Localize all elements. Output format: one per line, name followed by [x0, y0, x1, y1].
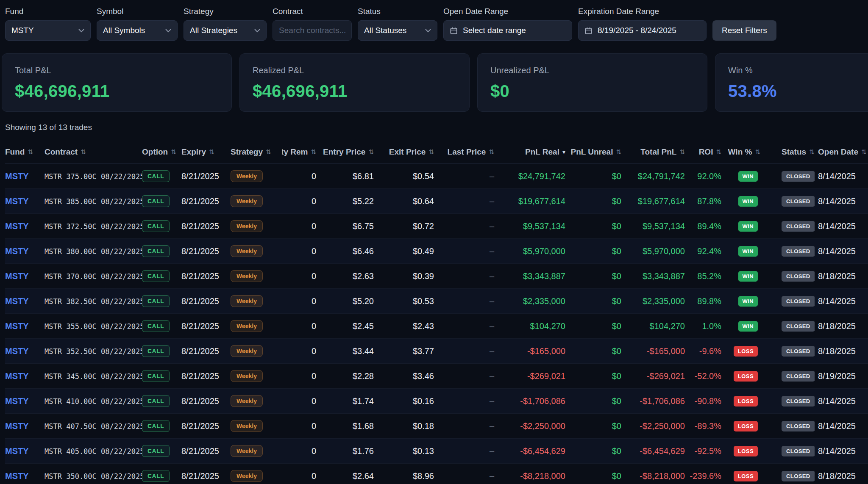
column-header-pnl-unreal[interactable]: PnL Unreal⇅: [565, 147, 621, 157]
last-price-cell: –: [437, 196, 497, 206]
expiry-cell: 8/21/2025: [181, 421, 231, 431]
fund-link[interactable]: MSTY: [5, 421, 29, 431]
strategy-cell: Weekly: [231, 445, 282, 457]
column-header-last-price[interactable]: Last Price⇅: [437, 147, 497, 157]
column-header-option[interactable]: Option⇅: [142, 147, 181, 157]
contract-search-input[interactable]: [273, 20, 352, 41]
column-header-roi[interactable]: ROI⇅: [685, 147, 726, 157]
qty-rem-cell: 0: [282, 471, 316, 481]
option-cell: CALL: [142, 270, 181, 282]
table-row[interactable]: MSTY MSTR 370.00C 08/22/2025 CALL 8/21/2…: [5, 264, 868, 289]
win-badge: LOSS: [734, 446, 758, 456]
table-row[interactable]: MSTY MSTR 345.00C 08/22/2025 CALL 8/21/2…: [5, 364, 868, 389]
table-row[interactable]: MSTY MSTR 405.00C 08/22/2025 CALL 8/21/2…: [5, 439, 868, 464]
table-row[interactable]: MSTY MSTR 385.00C 08/22/2025 CALL 8/21/2…: [5, 189, 868, 214]
status-badge: CLOSED: [782, 196, 815, 207]
table-row[interactable]: MSTY MSTR 382.50C 08/22/2025 CALL 8/21/2…: [5, 289, 868, 314]
table-row[interactable]: MSTY MSTR 410.00C 08/22/2025 CALL 8/21/2…: [5, 389, 868, 414]
open-date-cell: 8/14/2025: [815, 221, 868, 231]
pnl-unreal-cell: $0: [565, 271, 621, 281]
table-row[interactable]: MSTY MSTR 355.00C 08/22/2025 CALL 8/21/2…: [5, 314, 868, 339]
win-cell: LOSS: [726, 346, 765, 357]
fund-link[interactable]: MSTY: [5, 346, 29, 356]
status-cell: CLOSED: [765, 171, 815, 182]
fund-link[interactable]: MSTY: [5, 246, 29, 256]
unrealized-pnl-value: $0: [490, 82, 694, 101]
column-header-status[interactable]: Status⇅: [765, 147, 815, 157]
column-header-pnl-real[interactable]: PnL Real▾: [497, 147, 565, 157]
fund-link[interactable]: MSTY: [5, 446, 29, 456]
reset-filters-button[interactable]: Reset Filters: [712, 20, 776, 41]
fund-link[interactable]: MSTY: [5, 271, 29, 281]
fund-select[interactable]: MSTY: [5, 20, 91, 41]
status-cell: CLOSED: [765, 445, 815, 456]
symbol-select[interactable]: All Symbols: [97, 20, 178, 41]
column-header-exit-price[interactable]: Exit Price⇅: [376, 147, 437, 157]
column-header-open-date[interactable]: Open Date⇅: [815, 147, 868, 157]
strategy-cell: Weekly: [231, 320, 282, 332]
column-header-fund[interactable]: Fund⇅: [5, 147, 45, 157]
fund-link[interactable]: MSTY: [5, 371, 29, 381]
table-row[interactable]: MSTY MSTR 380.00C 08/22/2025 CALL 8/21/2…: [5, 239, 868, 264]
exit-price-cell: $0.54: [376, 171, 437, 181]
expiry-cell: 8/21/2025: [181, 271, 231, 281]
fund-link[interactable]: MSTY: [5, 321, 29, 331]
entry-price-cell: $6.46: [316, 246, 376, 256]
fund-link[interactable]: MSTY: [5, 471, 29, 481]
status-badge: CLOSED: [782, 446, 815, 456]
open-date-range-picker[interactable]: Select date range: [443, 20, 572, 41]
last-price-cell: –: [437, 221, 497, 231]
qty-rem-cell: 0: [282, 271, 316, 281]
strategy-badge: Weekly: [231, 195, 263, 207]
pnl-unreal-cell: $0: [565, 171, 621, 181]
strategy-badge: Weekly: [231, 220, 263, 232]
win-badge: WIN: [738, 246, 758, 257]
contract-cell: MSTR 352.50C 08/22/2025: [45, 346, 142, 356]
exit-price-cell: $0.49: [376, 246, 437, 256]
win-rate-card: Win % 53.8%: [715, 53, 868, 112]
status-select[interactable]: All Statuses: [358, 20, 437, 41]
call-badge: CALL: [142, 270, 170, 282]
pnl-real-cell: $3,343,887: [497, 271, 565, 281]
fund-link[interactable]: MSTY: [5, 196, 29, 206]
roi-cell: 89.8%: [685, 296, 726, 306]
roi-cell: -52.0%: [685, 371, 726, 381]
pnl-real-cell: $19,677,614: [497, 196, 565, 206]
column-header-strategy[interactable]: Strategy⇅: [231, 147, 282, 157]
fund-cell: MSTY: [5, 246, 45, 256]
table-row[interactable]: MSTY MSTR 352.50C 08/22/2025 CALL 8/21/2…: [5, 339, 868, 364]
column-header-total-pnl[interactable]: Total PnL⇅: [621, 147, 685, 157]
contract-cell: MSTR 350.00C 08/22/2025: [45, 471, 142, 481]
fund-link[interactable]: MSTY: [5, 396, 29, 406]
column-header-entry-price[interactable]: Entry Price⇅: [316, 147, 376, 157]
fund-link[interactable]: MSTY: [5, 171, 29, 181]
sort-icon: ⇅: [171, 148, 176, 156]
expiration-date-range-picker[interactable]: 8/19/2025 - 8/24/2025: [578, 20, 707, 41]
entry-price-cell: $2.63: [316, 271, 376, 281]
win-cell: WIN: [726, 221, 765, 232]
table-row[interactable]: MSTY MSTR 372.50C 08/22/2025 CALL 8/21/2…: [5, 214, 868, 239]
roi-cell: -9.6%: [685, 346, 726, 356]
open-date-cell: 8/14/2025: [815, 196, 868, 206]
total-pnl-cell: $3,343,887: [621, 271, 685, 281]
strategy-select[interactable]: All Strategies: [184, 20, 267, 41]
table-row[interactable]: MSTY MSTR 407.50C 08/22/2025 CALL 8/21/2…: [5, 414, 868, 439]
table-row[interactable]: MSTY MSTR 375.00C 08/22/2025 CALL 8/21/2…: [5, 164, 868, 189]
roi-cell: -239.6%: [685, 471, 726, 481]
option-cell: CALL: [142, 445, 181, 457]
column-header-win-pct[interactable]: Win %⇅: [726, 147, 765, 157]
total-pnl-cell: $9,537,134: [621, 221, 685, 231]
column-header-qty-rem[interactable]: Qty Rem⇅: [282, 147, 316, 157]
open-date-cell: 8/14/2025: [815, 171, 868, 181]
chevron-down-icon: [425, 29, 431, 33]
table-body: MSTY MSTR 375.00C 08/22/2025 CALL 8/21/2…: [5, 164, 868, 484]
table-row[interactable]: MSTY MSTR 350.00C 08/22/2025 CALL 8/21/2…: [5, 464, 868, 484]
table-header: Fund⇅ Contract⇅ Option⇅ Expiry⇅ Strategy…: [5, 140, 868, 164]
fund-link[interactable]: MSTY: [5, 221, 29, 231]
status-cell: CLOSED: [765, 321, 815, 332]
fund-link[interactable]: MSTY: [5, 296, 29, 306]
qty-rem-cell: 0: [282, 171, 316, 181]
status-badge: CLOSED: [782, 396, 815, 407]
column-header-contract[interactable]: Contract⇅: [45, 147, 142, 157]
column-header-expiry[interactable]: Expiry⇅: [181, 147, 231, 157]
